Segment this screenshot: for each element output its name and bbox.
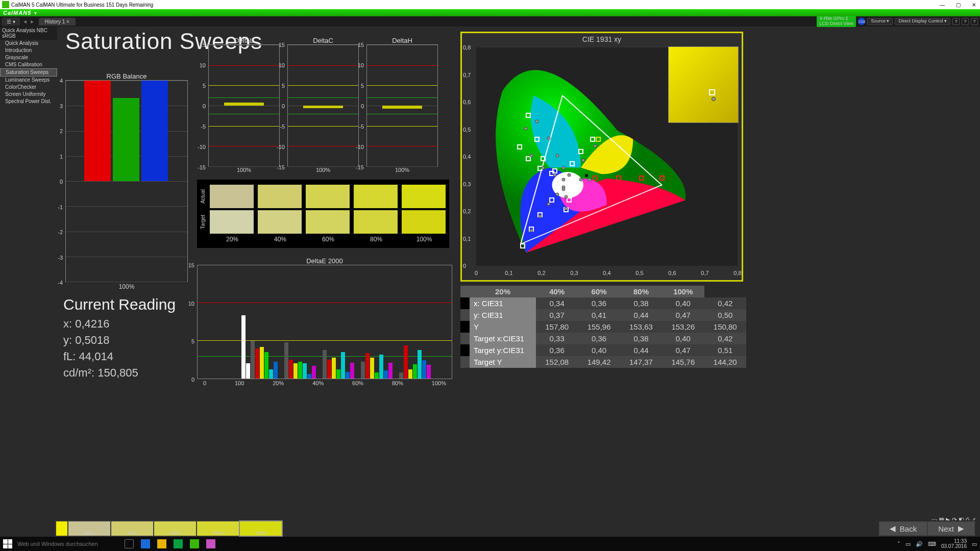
delta-title: DeltaL [208, 37, 280, 44]
taskview-icon[interactable] [125, 539, 134, 548]
notifications-icon[interactable]: ▭ [972, 541, 977, 547]
explorer-icon[interactable] [157, 539, 166, 548]
reading-x: x: 0,4216 [63, 317, 176, 331]
delta-title: DeltaC [287, 37, 359, 44]
calman-taskbar-icon[interactable] [190, 539, 199, 548]
help1-icon[interactable]: ? [952, 18, 960, 25]
edge-icon[interactable] [141, 539, 150, 548]
windows-taskbar[interactable]: Web und Windows durchsuchen ˄ ▭ 🔊 ⌨ 11:3… [0, 537, 980, 551]
swatch-panel: ActualTarget20%40%60%80%100% [197, 180, 449, 248]
help3-icon[interactable]: ? [971, 18, 978, 25]
maximize-icon[interactable]: ▢ [956, 2, 961, 8]
nav-fwd-icon[interactable]: ▸ [31, 18, 34, 25]
app-icon [2, 1, 9, 8]
sidebar-item-quick-analysis[interactable]: Quick Analysis [0, 40, 57, 47]
sidebar-item-grayscale[interactable]: Grayscale [0, 54, 57, 61]
sidebar-item-colorchecker[interactable]: ColorChecker [0, 84, 57, 91]
taskbar-clock[interactable]: 11:3303.07.2016 [941, 539, 967, 549]
thumb-20%[interactable]: 20% [68, 521, 110, 536]
swatch [258, 210, 302, 234]
deltae-title: DeltaE 2000 [197, 257, 452, 265]
sidebar-item-screen-uniformity[interactable]: Screen Uniformity [0, 91, 57, 98]
rgb-balance-chart: -4-3-2-101234 [65, 80, 188, 282]
sidebar-item-introduction[interactable]: Introduction [0, 47, 57, 54]
sidebar-header: Quick Analysis NBC sRGB [0, 27, 57, 40]
reading-cdm2: cd/m²: 150,805 [63, 366, 176, 380]
tray-up-icon[interactable]: ˄ [897, 541, 900, 547]
minimize-icon[interactable]: — [940, 2, 945, 8]
swatch [306, 185, 350, 208]
delta-chart: -15-10-5051015 [208, 44, 280, 167]
source-dropdown[interactable]: Source ▾ [867, 18, 893, 25]
triangle-right-icon: ▶ [958, 524, 964, 533]
palette-icon[interactable] [206, 539, 215, 548]
sidebar-item-luminance-sweeps[interactable]: Luminance Sweeps [0, 77, 57, 84]
sidebar: Quick Analysis NBC sRGB Quick AnalysisIn… [0, 27, 57, 105]
start-button[interactable] [3, 539, 12, 548]
delta-chart: -15-10-5051015 [366, 44, 438, 167]
tray-vol-icon[interactable]: 🔊 [916, 541, 923, 547]
reading-y: y: 0,5018 [63, 334, 176, 347]
sidebar-item-spectral-power-dist-[interactable]: Spectral Power Dist. [0, 98, 57, 105]
back-button[interactable]: ◀Back [879, 522, 927, 535]
swatch [210, 210, 254, 234]
window-title: CalMAN 5 CalMAN Ultimate for Business 15… [11, 2, 153, 8]
close-icon[interactable]: ✕ [972, 2, 976, 8]
menu-button[interactable]: ☰ ▾ [2, 18, 20, 26]
next-button[interactable]: Next▶ [928, 522, 974, 535]
tray-lang[interactable]: ⌨ [928, 541, 936, 547]
swatch [258, 185, 302, 208]
swatch [402, 185, 446, 208]
cie-title: CIE 1931 xy [462, 35, 742, 43]
swatch [402, 210, 446, 234]
rgb-xlabel: 100% [65, 283, 188, 290]
deltae-xaxis: 010020%40%60%80%100% [197, 379, 452, 387]
nav-back-icon[interactable]: ◂ [23, 18, 27, 25]
thumb-100%[interactable]: 100% [240, 521, 282, 536]
history-tab[interactable]: History 1 × [39, 18, 76, 26]
help2-icon[interactable]: ? [962, 18, 969, 25]
cie-chart: CIE 1931 xy 000,10,10,20,20,30,30,40,40,… [460, 32, 743, 282]
taskbar-search[interactable]: Web und Windows durchsuchen [17, 541, 119, 547]
reading-fL: fL: 44,014 [63, 350, 176, 363]
tab-close-icon[interactable]: × [66, 19, 69, 24]
tray-net-icon[interactable]: ▭ [905, 541, 911, 547]
thumb-80%[interactable]: 80% [197, 521, 239, 536]
wizard-nav: ◀Back Next▶ [878, 520, 976, 537]
swatch [354, 210, 398, 234]
delta-chart: -15-10-5051015 [287, 44, 359, 167]
thumb-60%[interactable]: 60% [154, 521, 196, 536]
swatch [354, 185, 398, 208]
swatch [306, 210, 350, 234]
windows-title-bar: CalMAN 5 CalMAN Ultimate for Business 15… [0, 0, 980, 9]
sidebar-item-cms-calibration[interactable]: CMS Calibration [0, 61, 57, 68]
sidebar-item-saturation-sweeps[interactable]: Saturation Sweeps [0, 68, 57, 77]
swatch-thumbnails: 20%40%60%80%100% [55, 520, 283, 537]
toolbar: ☰ ▾ ◂ ▸ History 1 × X-Rite i1Pro 2LCD Di… [0, 16, 980, 27]
ddc-dropdown[interactable]: Direct Display Control ▾ [895, 18, 950, 25]
badge-count[interactable]: 228 [858, 18, 865, 25]
store-icon[interactable] [174, 539, 183, 548]
thumb-40%[interactable]: 40% [111, 521, 153, 536]
triangle-left-icon: ◀ [890, 524, 896, 533]
reading-title: Current Reading [63, 296, 176, 313]
cie-inset [668, 46, 739, 123]
delta-title: DeltaH [366, 37, 438, 44]
current-reading: Current Reading x: 0,4216 y: 0,5018 fL: … [63, 296, 176, 383]
data-table: 20%40%60%80%100%x: CIE310,340,360,380,40… [460, 286, 746, 368]
deltae-chart: 051015 [197, 265, 452, 379]
app-logo: CalMAN5 [0, 10, 34, 16]
swatch [210, 185, 254, 208]
app-header: CalMAN5 ▾ [0, 9, 980, 16]
device-badge[interactable]: X-Rite i1Pro 2LCD Direct View [817, 16, 856, 27]
rgb-balance-title: RGB Balance [65, 72, 188, 80]
